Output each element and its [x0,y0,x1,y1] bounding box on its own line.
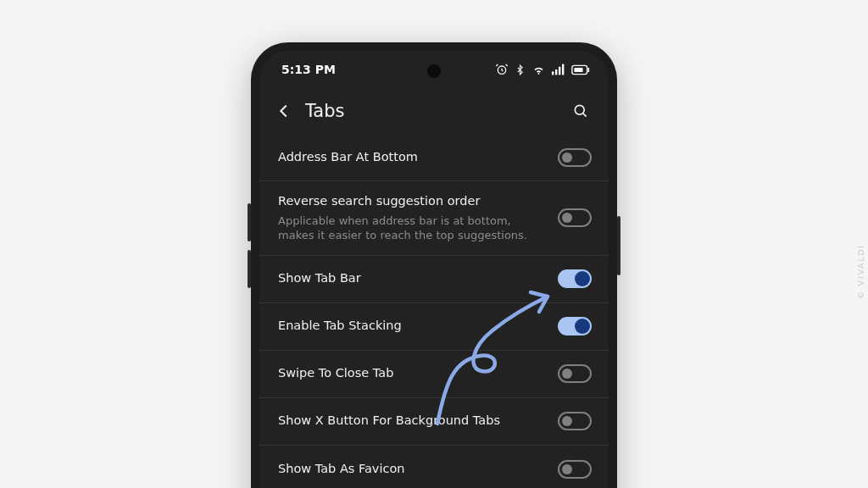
setting-row-show_tab_favicon[interactable]: Show Tab As Favicon [259,446,609,488]
toggle-address_bar_bottom[interactable] [558,148,592,167]
settings-list[interactable]: Address Bar At BottomReverse search sugg… [259,134,609,488]
camera-hole [427,64,441,78]
search-button[interactable] [566,97,595,125]
setting-subtitle: Applicable when address bar is at bottom… [278,214,546,243]
svg-rect-7 [574,67,582,71]
battery-icon [571,64,590,75]
toggle-reverse_suggestions[interactable] [558,208,592,227]
setting-text: Show X Button For Background Tabs [278,413,558,430]
setting-text: Swipe To Close Tab [278,365,558,382]
setting-row-reverse_suggestions[interactable]: Reverse search suggestion orderApplicabl… [259,181,609,256]
bluetooth-icon [515,64,526,76]
chevron-left-icon [275,102,293,120]
search-icon [572,103,589,119]
toggle-show_tab_bar[interactable] [558,269,592,288]
setting-title: Show Tab Bar [278,270,546,287]
setting-row-show_tab_bar[interactable]: Show Tab Bar [259,256,609,303]
setting-title: Show Tab As Favicon [278,461,546,478]
status-time: 5:13 PM [281,63,336,76]
setting-title: Enable Tab Stacking [278,318,546,335]
power-button [617,216,620,275]
setting-row-swipe_close[interactable]: Swipe To Close Tab [259,351,609,398]
setting-row-show_x_bg_tabs[interactable]: Show X Button For Background Tabs [259,398,609,446]
wifi-icon [531,64,546,76]
appbar: Tabs [259,88,609,134]
back-button[interactable] [270,97,298,125]
setting-text: Reverse search suggestion orderApplicabl… [278,193,558,243]
svg-rect-4 [562,64,564,75]
setting-text: Enable Tab Stacking [278,318,558,335]
volume-down-button [248,250,251,288]
toggle-show_tab_favicon[interactable] [558,460,592,479]
setting-title: Reverse search suggestion order [278,193,546,210]
setting-row-enable_tab_stacking[interactable]: Enable Tab Stacking [259,303,609,351]
setting-title: Swipe To Close Tab [278,365,546,382]
svg-point-8 [575,105,584,114]
watermark: © VIVALDI [857,244,865,299]
signal-icon [552,64,565,75]
alarm-icon [495,63,509,76]
setting-text: Show Tab As Favicon [278,461,558,478]
phone-frame: 5:13 PM [251,42,617,488]
screen: 5:13 PM [259,51,609,488]
svg-rect-3 [559,67,560,75]
svg-rect-6 [587,67,589,71]
toggle-swipe_close[interactable] [558,364,592,383]
svg-rect-2 [555,69,557,75]
setting-row-address_bar_bottom[interactable]: Address Bar At Bottom [259,134,609,181]
volume-up-button [248,203,251,241]
setting-text: Show Tab Bar [278,270,558,287]
setting-title: Show X Button For Background Tabs [278,413,546,430]
status-icons [495,63,590,76]
toggle-enable_tab_stacking[interactable] [558,317,592,336]
page-title: Tabs [305,101,345,121]
setting-text: Address Bar At Bottom [278,149,558,166]
toggle-show_x_bg_tabs[interactable] [558,412,592,430]
svg-rect-1 [552,71,554,75]
setting-title: Address Bar At Bottom [278,149,546,166]
